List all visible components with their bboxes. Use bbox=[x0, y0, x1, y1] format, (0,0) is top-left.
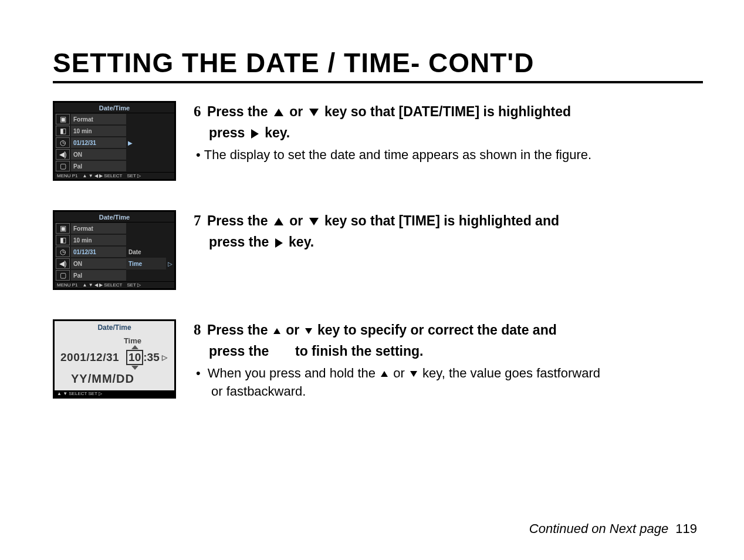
step-8-bullet-d: or fastbackward. bbox=[196, 382, 703, 401]
continued-text: Continued on Next page bbox=[529, 521, 668, 536]
lcd1-title: Date/Time bbox=[55, 103, 174, 113]
step-6-line1c: key so that [DATE/TIME] is highlighted bbox=[324, 104, 571, 119]
step-7-text: 7 Press the or key so that [TIME] is hig… bbox=[194, 210, 703, 255]
lcd2-row-pal: Pal bbox=[71, 270, 126, 281]
step-8-bullet-b: or bbox=[393, 366, 405, 380]
step-7-line2a: press the bbox=[209, 234, 269, 249]
step-8-line2b: to finish the setting. bbox=[295, 343, 424, 359]
right-arrow-icon: ▷ bbox=[162, 353, 167, 362]
sound-icon: ◀) bbox=[56, 258, 70, 269]
bullet-dot: • bbox=[196, 147, 201, 162]
lcd2-row-format: Format bbox=[71, 223, 126, 234]
up-arrow-icon bbox=[131, 345, 138, 349]
sound-icon: ◀) bbox=[56, 149, 70, 160]
right-arrow-icon bbox=[251, 129, 259, 139]
page-title: SETTING THE DATE / TIME- CONT'D bbox=[53, 47, 703, 79]
lcd-figure-2: Date/Time ▣ Format ◧ 10 min ◷ 01/12/31 D… bbox=[53, 210, 176, 290]
lcd3-hour-box: 10 bbox=[126, 350, 143, 365]
lcd1-row-date-highlight: 01/12/31 bbox=[71, 137, 126, 148]
right-arrow-icon: ▷ bbox=[166, 258, 174, 269]
lcd3-date-value: 2001/12/31 bbox=[60, 351, 119, 364]
lcd1-row-pal: Pal bbox=[71, 161, 126, 171]
step-7-line1c: key so that [TIME] is highlighted and bbox=[324, 213, 559, 228]
up-arrow-icon bbox=[274, 109, 283, 116]
lcd2-row-on: ON bbox=[71, 258, 126, 269]
up-arrow-icon bbox=[273, 328, 280, 334]
right-arrow-icon: ▶ bbox=[126, 137, 134, 149]
lcd2-sub-date: Date bbox=[126, 246, 174, 258]
lcd3-format: YY/MM/DD bbox=[60, 372, 168, 386]
lcd2-footer-select: ▲ ▼ ◀ ▶ SELECT bbox=[83, 282, 123, 288]
lcd1-row-on: ON bbox=[71, 149, 126, 160]
step-7-number: 7 bbox=[194, 212, 201, 228]
card-icon: ▣ bbox=[56, 114, 70, 124]
step-7-line2b: key. bbox=[289, 234, 314, 249]
tv-icon: ▢ bbox=[56, 161, 70, 171]
lcd2-title: Date/Time bbox=[55, 212, 174, 222]
camera-sleep-icon: ◧ bbox=[56, 235, 70, 245]
step-8-line1a: Press the bbox=[207, 322, 268, 338]
card-icon: ▣ bbox=[56, 223, 70, 234]
datetime-icon: ◷ bbox=[56, 247, 70, 257]
lcd1-footer-menu: MENU P1 bbox=[57, 173, 78, 178]
camera-sleep-icon: ◧ bbox=[56, 126, 70, 136]
step-8-bullet-a: When you press and hold the bbox=[208, 366, 376, 380]
up-arrow-icon bbox=[381, 371, 388, 377]
title-rule bbox=[53, 81, 703, 83]
datetime-icon: ◷ bbox=[56, 137, 70, 148]
step-6-text: 6 Press the or key so that [DATE/TIME] i… bbox=[194, 101, 703, 164]
lcd3-minute: 35 bbox=[147, 351, 160, 364]
lcd-figure-1: Date/Time ▣ Format ◧ 10 min ◷ 01/12/31 ▶ bbox=[53, 101, 176, 181]
lcd3-footer: ▲ ▼ SELECT SET ▷ bbox=[55, 390, 174, 397]
down-arrow-icon bbox=[410, 371, 417, 377]
down-arrow-icon bbox=[309, 218, 319, 225]
lcd2-sub-time-highlight: Time bbox=[126, 258, 166, 269]
page-footer: Continued on Next page 119 bbox=[529, 521, 697, 537]
lcd1-footer-select: ▲ ▼ ◀ ▶ SELECT bbox=[83, 173, 123, 178]
section-step-7: Date/Time ▣ Format ◧ 10 min ◷ 01/12/31 D… bbox=[53, 210, 703, 290]
step-6-line2b: key. bbox=[265, 125, 290, 140]
lcd2-footer-set: SET ▷ bbox=[127, 282, 141, 288]
lcd2-footer-menu: MENU P1 bbox=[57, 282, 78, 288]
page-number: 119 bbox=[675, 521, 697, 536]
down-arrow-icon bbox=[309, 109, 319, 116]
step-8-line1b: or bbox=[286, 322, 299, 338]
section-step-6: Date/Time ▣ Format ◧ 10 min ◷ 01/12/31 ▶ bbox=[53, 101, 703, 181]
lcd1-row-10min: 10 min bbox=[71, 126, 126, 136]
lcd2-row-date: 01/12/31 bbox=[71, 247, 126, 257]
step-8-line1c: key to specify or correct the date and bbox=[317, 322, 557, 338]
lcd1-row-format: Format bbox=[71, 114, 126, 124]
step-8-text: 8 Press the or key to specify or correct… bbox=[194, 319, 703, 401]
lcd2-row-10min: 10 min bbox=[71, 235, 126, 245]
lcd-figure-3: Date/Time Time 2001/12/31 10 :35 ▷ bbox=[53, 319, 176, 399]
step-6-line1a: Press the bbox=[207, 104, 268, 119]
step-8-line2a: press the bbox=[209, 343, 269, 359]
lcd1-footer-set: SET ▷ bbox=[127, 173, 141, 178]
bullet-dot: • bbox=[196, 366, 201, 380]
step-6-line2a: press bbox=[209, 125, 245, 140]
step-7-line1a: Press the bbox=[207, 213, 268, 228]
step-8-number: 8 bbox=[194, 322, 201, 338]
step-7-line1b: or bbox=[289, 213, 303, 228]
step-8-bullet-c: key, the value goes fastforward bbox=[422, 366, 600, 380]
step-6-number: 6 bbox=[194, 103, 201, 119]
up-arrow-icon bbox=[274, 218, 283, 225]
section-step-8: Date/Time Time 2001/12/31 10 :35 ▷ bbox=[53, 319, 703, 401]
step-6-bullet: The display to set the date and time app… bbox=[204, 147, 591, 162]
tv-icon: ▢ bbox=[56, 270, 70, 281]
right-arrow-icon bbox=[275, 238, 283, 248]
lcd3-time-label: Time bbox=[60, 336, 168, 345]
down-arrow-icon bbox=[131, 366, 138, 370]
down-arrow-icon bbox=[305, 328, 312, 334]
lcd3-title: Date/Time bbox=[55, 321, 174, 334]
step-6-line1b: or bbox=[289, 104, 303, 119]
